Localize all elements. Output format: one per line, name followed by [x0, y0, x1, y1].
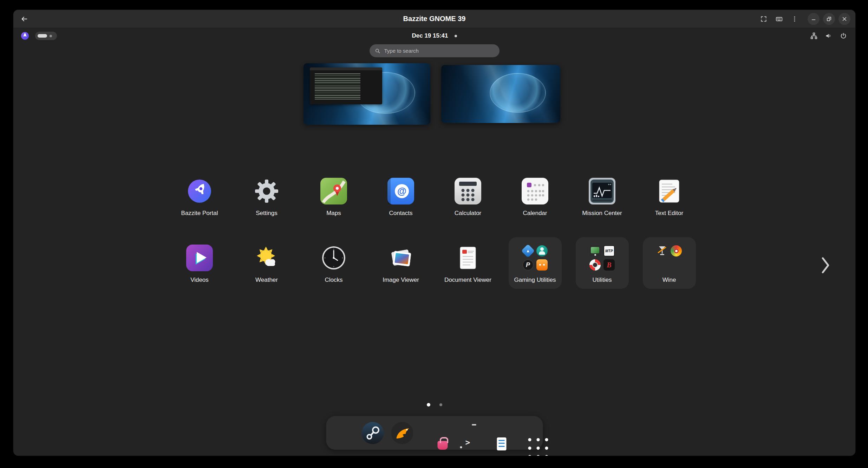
dock-terminal[interactable]	[450, 422, 472, 444]
app-label: Clocks	[325, 277, 342, 284]
volume-button[interactable]	[824, 31, 834, 41]
app-label: Videos	[190, 277, 209, 284]
terminal-window-preview	[310, 67, 382, 104]
next-page-button[interactable]	[819, 255, 832, 276]
search-bar	[370, 44, 500, 57]
life-buoy-icon	[589, 259, 601, 271]
lutris-icon	[391, 422, 413, 444]
dock-bazaar-store[interactable]	[420, 422, 443, 444]
restore-button[interactable]	[823, 13, 835, 25]
fullscreen-button[interactable]	[758, 13, 770, 25]
app-calendar[interactable]: Calendar	[509, 178, 562, 217]
winetricks-icon	[671, 245, 682, 256]
steam-icon	[361, 422, 384, 444]
app-label: Weather	[255, 277, 278, 284]
window-headerbar: Bazzite GNOME 39	[13, 10, 855, 28]
minimize-icon	[810, 16, 817, 22]
power-button[interactable]	[838, 31, 848, 41]
contacts-icon: @	[387, 178, 414, 204]
app-label: Mission Center	[582, 210, 622, 217]
mtp-icon: MTP	[603, 245, 615, 256]
app-document-viewer[interactable]: Document Viewer	[442, 245, 495, 284]
protonup-icon	[521, 244, 535, 258]
app-label: Maps	[326, 210, 341, 217]
app-settings[interactable]: Settings	[240, 178, 293, 217]
dock-app-grid-toggle[interactable]	[509, 419, 537, 447]
dock-lutris[interactable]	[391, 422, 413, 444]
shell-topbar: Dec 19 15:41	[13, 28, 855, 43]
svg-text:@: @	[397, 186, 406, 196]
power-icon	[840, 32, 847, 40]
search-input[interactable]	[384, 48, 495, 54]
search-icon	[374, 48, 381, 54]
app-label: Document Viewer	[444, 277, 491, 284]
app-grid-row-1: Bazzite Portal	[13, 178, 855, 217]
folder-preview	[522, 245, 548, 271]
wine-glass-icon	[657, 245, 668, 256]
app-label: Settings	[256, 210, 277, 217]
vm-window: Bazzite GNOME 39	[13, 10, 855, 456]
wired-network-icon	[810, 32, 818, 40]
protontricks-icon	[522, 259, 534, 271]
shell-overview: Dec 19 15:41	[13, 28, 855, 456]
app-label: Calculator	[455, 210, 482, 217]
text-editor-icon	[656, 178, 683, 204]
restore-window-icon	[826, 16, 832, 22]
clock-face-icon	[320, 245, 347, 271]
chevron-right-icon	[819, 255, 832, 275]
keyboard-button[interactable]	[773, 13, 785, 25]
videos-icon	[186, 245, 213, 271]
app-folder-utilities[interactable]: MTP Utilities	[576, 237, 629, 289]
app-folder-wine[interactable]: Wine	[643, 237, 696, 289]
app-maps[interactable]: Maps	[307, 178, 360, 217]
calendar-icon	[522, 178, 548, 204]
speaker-icon	[825, 32, 833, 40]
window-title: Bazzite GNOME 39	[13, 15, 855, 23]
bazzite-portal-icon	[186, 178, 213, 204]
dock-firefox[interactable]	[332, 422, 354, 444]
image-viewer-icon	[387, 245, 414, 271]
settings-gear-icon	[253, 178, 280, 204]
app-videos[interactable]: Videos	[173, 245, 226, 284]
workspace-thumbnail-1[interactable]	[304, 63, 430, 125]
app-contacts[interactable]: @ Contacts	[374, 178, 428, 217]
app-clocks[interactable]: Clocks	[307, 245, 360, 284]
workspace-thumbnail-2[interactable]	[441, 65, 560, 123]
page-dot-1-active[interactable]	[427, 403, 430, 407]
app-bazzite-portal[interactable]: Bazzite Portal	[173, 178, 226, 217]
page-dot-2[interactable]	[439, 403, 442, 406]
page-indicator	[13, 403, 855, 407]
app-calculator[interactable]: Calculator	[442, 178, 495, 217]
app-text-editor[interactable]: Text Editor	[643, 178, 696, 217]
screenshot-tool-icon	[589, 245, 601, 256]
app-grid-row-2: Videos Weather	[13, 245, 855, 284]
folder-label: Wine	[663, 277, 676, 284]
calculator-icon	[455, 178, 481, 204]
keyboard-icon	[775, 15, 783, 23]
arrow-left-icon	[20, 15, 28, 23]
orange-fox-icon	[536, 259, 548, 271]
mtp-text: MTP	[605, 249, 613, 253]
folder-preview: MTP	[589, 245, 615, 271]
dock-steam[interactable]	[361, 422, 384, 444]
app-weather[interactable]: Weather	[240, 245, 293, 284]
close-button[interactable]	[838, 13, 850, 25]
app-label: Contacts	[389, 210, 412, 217]
back-button[interactable]	[18, 13, 30, 25]
menu-button[interactable]	[789, 13, 801, 25]
dock-phone-link[interactable]	[479, 422, 502, 444]
app-mission-center[interactable]: Mission Center	[576, 178, 629, 217]
minimize-button[interactable]	[808, 13, 820, 25]
network-button[interactable]	[809, 31, 819, 41]
clock-button[interactable]: Dec 19 15:41	[412, 32, 448, 39]
folder-label: Utilities	[593, 277, 612, 284]
app-image-viewer[interactable]: Image Viewer	[374, 245, 428, 284]
app-folder-gaming-utilities[interactable]: Gaming Utilities	[509, 237, 562, 289]
kebab-menu-icon	[791, 15, 798, 22]
fullscreen-icon	[760, 15, 767, 22]
dock	[326, 416, 543, 450]
document-viewer-icon	[455, 245, 481, 271]
close-icon	[841, 16, 848, 22]
running-indicator	[460, 446, 462, 448]
notification-dot	[455, 35, 457, 37]
